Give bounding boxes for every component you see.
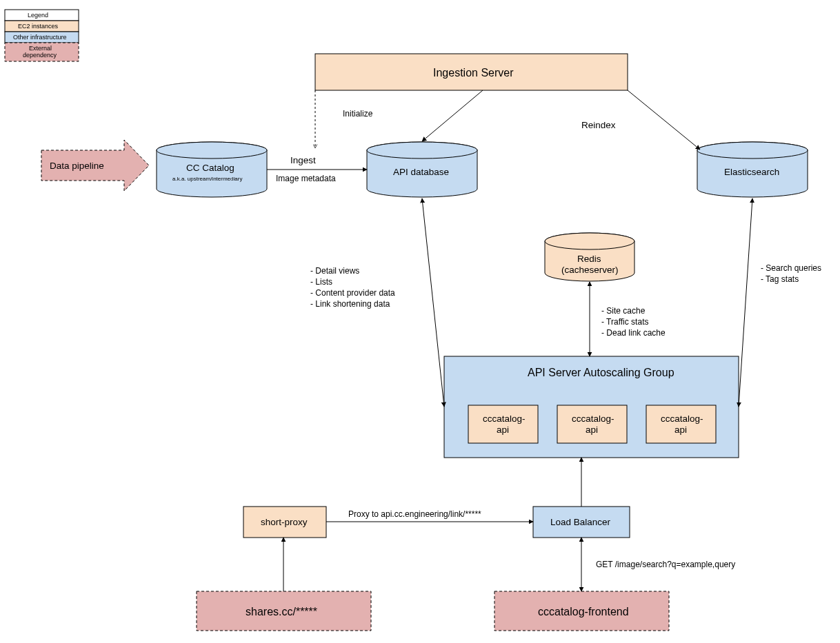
frontend-node: cccatalog-frontend bbox=[494, 591, 669, 631]
short-proxy-node: short-proxy bbox=[243, 507, 326, 538]
data-pipeline-node: Data pipeline bbox=[41, 140, 149, 191]
edge-reindex-right bbox=[628, 90, 700, 150]
redis-node: Redis (cacheserver) bbox=[545, 233, 634, 281]
frontend-label: cccatalog-frontend bbox=[538, 606, 629, 618]
shortproxy-label: short-proxy bbox=[261, 517, 308, 527]
svg-point-6 bbox=[367, 142, 477, 159]
legend-row-2a: External bbox=[29, 45, 52, 52]
api3-l2: api bbox=[674, 425, 687, 435]
pipeline-label: Data pipeline bbox=[50, 161, 104, 171]
apidb-note-0: - Detail views bbox=[310, 266, 359, 276]
redis-note-0: - Site cache bbox=[601, 306, 646, 316]
api1-l2: api bbox=[497, 425, 509, 435]
elastic-note-0: - Search queries bbox=[761, 263, 821, 273]
legend-title: Legend bbox=[28, 12, 48, 19]
api3-l1: cccatalog- bbox=[661, 414, 703, 424]
apidb-note-2: - Content provider data bbox=[310, 288, 395, 298]
edge-initialize-label: Initialize bbox=[343, 109, 373, 119]
shares-label: shares.cc/***** bbox=[246, 606, 317, 618]
redis-sub: (cacheserver) bbox=[561, 265, 619, 275]
elastic-label: Elasticsearch bbox=[724, 167, 779, 177]
svg-point-5 bbox=[157, 142, 267, 159]
redis-note-1: - Traffic stats bbox=[601, 317, 648, 327]
legend-row-1: Other infrastructure bbox=[13, 34, 67, 41]
elastic-note-1: - Tag stats bbox=[761, 274, 799, 284]
redis-label: Redis bbox=[577, 254, 601, 264]
cc-catalog-node: CC Catalog a.k.a. upstream/intermediary bbox=[157, 142, 267, 197]
edge-ingest-label: Ingest bbox=[290, 155, 316, 165]
ingestion-server-node: Ingestion Server bbox=[315, 54, 628, 90]
edge-get-label: GET /image/search?q=example,query bbox=[596, 560, 735, 569]
edge-asg-apidb bbox=[422, 198, 444, 407]
legend: Legend EC2 instances Other infrastructur… bbox=[5, 10, 79, 61]
asg-label: API Server Autoscaling Group bbox=[528, 367, 674, 378]
ingestion-label: Ingestion Server bbox=[433, 67, 514, 79]
catalog-label: CC Catalog bbox=[186, 163, 234, 173]
edge-ingest-sub: Image metadata bbox=[276, 174, 336, 183]
edge-reindex-label: Reindex bbox=[581, 120, 616, 130]
load-balancer-node: Load Balancer bbox=[533, 507, 630, 538]
apidb-label: API database bbox=[393, 167, 449, 177]
api2-l2: api bbox=[586, 425, 598, 435]
elasticsearch-node: Elasticsearch bbox=[697, 142, 808, 197]
api-database-node: API database bbox=[367, 142, 477, 197]
legend-row-0: EC2 instances bbox=[18, 23, 59, 30]
api2-l1: cccatalog- bbox=[572, 414, 614, 424]
edge-proxy-label: Proxy to api.cc.engineering/link/***** bbox=[348, 509, 481, 519]
redis-note-2: - Dead link cache bbox=[601, 328, 666, 338]
svg-point-8 bbox=[545, 233, 634, 249]
lb-label: Load Balancer bbox=[550, 517, 611, 527]
shares-node: shares.cc/***** bbox=[197, 591, 371, 631]
autoscaling-group-node: API Server Autoscaling Group cccatalog- … bbox=[444, 356, 739, 458]
svg-point-7 bbox=[697, 142, 808, 159]
api1-l1: cccatalog- bbox=[483, 414, 526, 424]
catalog-sub: a.k.a. upstream/intermediary bbox=[172, 176, 242, 182]
legend-row-2b: dependency bbox=[23, 52, 57, 59]
edge-reindex-left bbox=[422, 90, 483, 141]
apidb-note-3: - Link shortening data bbox=[310, 299, 390, 309]
apidb-note-1: - Lists bbox=[310, 277, 332, 287]
edge-asg-elastic bbox=[739, 198, 752, 407]
